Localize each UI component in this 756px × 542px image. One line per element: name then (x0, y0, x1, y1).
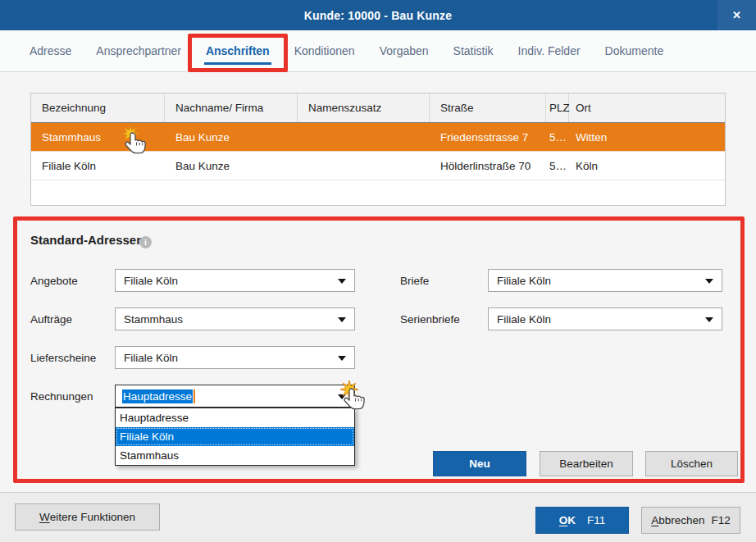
dropdown-lieferscheine[interactable]: Filiale Köln (115, 346, 355, 369)
column-header-ort[interactable]: Ort (569, 93, 725, 122)
label-rechnungen: Rechnungen (30, 390, 93, 403)
section-title: Standard-Adressen (30, 233, 143, 247)
dropdown-rechnungen-open[interactable]: Hauptadresse (115, 385, 355, 408)
neu-button[interactable]: Neu (433, 451, 526, 476)
tab-bar: Adresse Ansprechpartner Anschriften Kond… (0, 30, 756, 72)
label-angebote: Angebote (30, 275, 78, 287)
tab-konditionen[interactable]: Konditionen (282, 30, 367, 71)
table-row-stammhaus[interactable]: Stammhaus Bau Kunze Friedensstrasse 7 5…… (31, 123, 725, 151)
tab-vorgaben[interactable]: Vorgaben (367, 30, 441, 71)
abbrechen-button[interactable]: Abbrechen F12 (641, 507, 740, 534)
column-header-nachname-firma[interactable]: Nachname/ Firma (165, 93, 298, 122)
label-serienbriefe: Serienbriefe (400, 313, 460, 326)
bearbeiten-button[interactable]: Bearbeiten (540, 451, 633, 476)
dropdown-auftraege[interactable]: Stammhaus (115, 307, 355, 330)
tab-adresse[interactable]: Adresse (17, 30, 84, 71)
weitere-funktionen-button[interactable]: Weitere Funktionen (15, 503, 160, 531)
chevron-down-icon (338, 279, 346, 284)
customer-dialog: Kunde: 10000 - Bau Kunze ✕ Adresse Anspr… (0, 0, 756, 542)
dropdown-option-hauptadresse[interactable]: Hauptadresse (116, 408, 354, 427)
table-header-row: Bezeichnung Nachname/ Firma Namenszusatz… (31, 93, 725, 123)
window-title: Kunde: 10000 - Bau Kunze (304, 9, 453, 22)
selected-text: Hauptadresse (122, 389, 193, 403)
column-header-strasse[interactable]: Straße (430, 93, 546, 122)
chevron-down-icon (338, 317, 346, 322)
info-icon[interactable]: i (139, 236, 152, 248)
dropdown-rechnungen-list: Hauptadresse Filiale Köln Stammhaus (115, 408, 355, 466)
dropdown-serienbriefe[interactable]: Filiale Köln (488, 307, 722, 330)
dropdown-option-filiale-koeln[interactable]: Filiale Köln (116, 427, 354, 446)
dropdown-option-stammhaus[interactable]: Stammhaus (116, 446, 354, 465)
ok-fkey-label: F11 (587, 514, 605, 526)
text-caret (194, 389, 195, 403)
dropdown-angebote[interactable]: Filiale Köln (115, 269, 355, 292)
chevron-down-icon (338, 356, 346, 361)
tab-anschriften[interactable]: Anschriften (194, 30, 282, 71)
abbrechen-fkey-label: F12 (712, 514, 731, 526)
column-header-plz[interactable]: PLZ (546, 93, 569, 122)
label-briefe: Briefe (400, 275, 429, 287)
table-row-filiale-koeln[interactable]: Filiale Köln Bau Kunze Hölderlinstraße 7… (31, 151, 725, 180)
chevron-down-icon (338, 394, 346, 399)
dropdown-briefe[interactable]: Filiale Köln (488, 269, 722, 292)
addresses-table: Bezeichnung Nachname/ Firma Namenszusatz… (30, 93, 726, 206)
column-header-bezeichnung[interactable]: Bezeichnung (31, 93, 165, 122)
ok-button[interactable]: OK F11 (535, 507, 629, 534)
close-icon[interactable]: ✕ (717, 0, 756, 30)
tab-ansprechpartner[interactable]: Ansprechpartner (84, 30, 194, 71)
active-tab-underline (204, 62, 271, 65)
tab-statistik[interactable]: Statistik (441, 30, 506, 71)
tab-dokumente[interactable]: Dokumente (593, 30, 676, 71)
chevron-down-icon (705, 279, 713, 284)
label-auftraege: Aufträge (30, 313, 72, 326)
footer-bar: Weitere Funktionen OK F11 Abbrechen F12 (0, 492, 756, 542)
label-lieferscheine: Lieferscheine (30, 352, 96, 364)
column-header-namenszusatz[interactable]: Namenszusatz (298, 93, 430, 122)
chevron-down-icon (705, 317, 713, 322)
loeschen-button[interactable]: Löschen (645, 451, 738, 476)
tab-indiv-felder[interactable]: Indiv. Felder (506, 30, 593, 71)
title-bar: Kunde: 10000 - Bau Kunze (0, 0, 756, 30)
